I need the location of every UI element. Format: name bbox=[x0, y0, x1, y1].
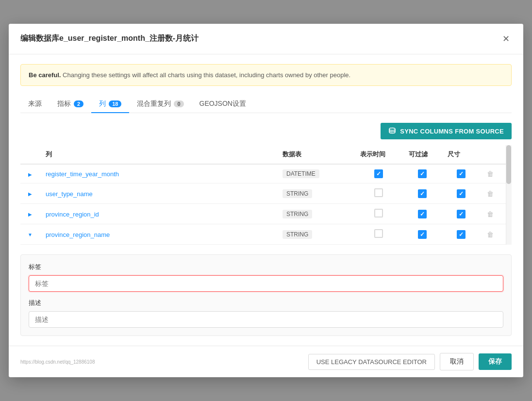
row4-col-name: province_region_name bbox=[46, 231, 110, 238]
tab-source-label: 来源 bbox=[28, 100, 42, 108]
columns-table-container: 列 数据表 表示时间 可过滤 尺寸 ▶ bbox=[20, 145, 512, 245]
row4-delete-icon[interactable]: 🗑 bbox=[487, 231, 494, 238]
tag-label: 标签 bbox=[29, 263, 503, 271]
database-icon bbox=[388, 127, 396, 135]
row2-dttm-checkbox[interactable] bbox=[374, 188, 383, 197]
tab-metrics-badge: 2 bbox=[74, 100, 83, 107]
form-section: 标签 描述 bbox=[20, 254, 512, 336]
row3-dttm-cell[interactable] bbox=[354, 204, 403, 224]
row1-type-cell: DATETIME bbox=[277, 164, 354, 184]
row1-type-badge: DATETIME bbox=[283, 169, 319, 178]
tag-input[interactable] bbox=[29, 275, 503, 292]
table-row: ▶ register_time_year_month DATETIME bbox=[20, 164, 512, 184]
row2-groupby-cell[interactable] bbox=[442, 184, 481, 204]
row4-dttm-checkbox[interactable] bbox=[374, 229, 383, 238]
watermark: https://blog.csdn.net/qq_12886108 bbox=[20, 359, 303, 365]
row2-groupby-checkbox[interactable] bbox=[457, 189, 466, 198]
warning-prefix: Be careful. bbox=[29, 71, 61, 79]
scrollbar-thumb[interactable] bbox=[506, 145, 511, 184]
tab-metrics-label: 指标 bbox=[57, 100, 71, 108]
th-datatype: 数据表 bbox=[277, 145, 354, 164]
tab-mixed-label: 混合重复列 bbox=[137, 100, 171, 108]
row1-col-name: register_time_year_month bbox=[46, 170, 119, 178]
tab-mixed[interactable]: 混合重复列 0 bbox=[129, 96, 191, 113]
tab-columns-label: 列 bbox=[99, 100, 106, 108]
edit-modal: 编辑数据库e_user_register_month_注册数-月统计 ✕ Be … bbox=[9, 24, 523, 378]
tab-geojson[interactable]: GEOJSON设置 bbox=[192, 96, 254, 113]
th-expand bbox=[20, 145, 40, 164]
row2-dttm-cell[interactable] bbox=[354, 184, 403, 204]
row1-delete-icon[interactable]: 🗑 bbox=[487, 170, 494, 178]
row3-filterable-checkbox[interactable] bbox=[418, 210, 427, 218]
close-button[interactable]: ✕ bbox=[500, 32, 512, 46]
row2-delete-cell[interactable]: 🗑 bbox=[481, 184, 500, 204]
tab-columns[interactable]: 列 18 bbox=[91, 96, 129, 113]
row2-filterable-checkbox[interactable] bbox=[418, 189, 427, 198]
desc-label: 描述 bbox=[29, 299, 503, 307]
row1-delete-cell[interactable]: 🗑 bbox=[481, 164, 500, 184]
row3-delete-cell[interactable]: 🗑 bbox=[481, 204, 500, 224]
row2-expand-icon[interactable]: ▶ bbox=[26, 190, 34, 198]
columns-table: 列 数据表 表示时间 可过滤 尺寸 ▶ bbox=[20, 145, 512, 245]
table-body: ▶ register_time_year_month DATETIME bbox=[20, 164, 512, 245]
modal-footer: https://blog.csdn.net/qq_12886108 USE LE… bbox=[9, 346, 523, 377]
row3-groupby-cell[interactable] bbox=[442, 204, 481, 224]
th-size: 尺寸 bbox=[442, 145, 481, 164]
row3-filterable-cell[interactable] bbox=[403, 204, 442, 224]
row1-dttm-cell[interactable] bbox=[354, 164, 403, 184]
row2-expand-cell: ▶ bbox=[20, 184, 40, 204]
tab-source[interactable]: 来源 bbox=[20, 96, 50, 113]
row3-groupby-checkbox[interactable] bbox=[457, 210, 466, 218]
row4-groupby-checkbox[interactable] bbox=[457, 230, 466, 239]
cancel-button[interactable]: 取消 bbox=[440, 353, 474, 370]
desc-input[interactable] bbox=[29, 311, 503, 328]
row3-type-badge: STRING bbox=[283, 210, 312, 218]
row1-filterable-cell[interactable] bbox=[403, 164, 442, 184]
row3-type-cell: STRING bbox=[277, 204, 354, 224]
tabs-bar: 来源 指标 2 列 18 混合重复列 0 GEOJSON设置 bbox=[20, 96, 512, 113]
row3-dttm-checkbox[interactable] bbox=[374, 209, 383, 217]
row4-expand-cell: ▼ bbox=[20, 224, 40, 245]
th-col: 列 bbox=[40, 145, 277, 164]
table-row: ▶ user_type_name STRING bbox=[20, 184, 512, 204]
save-button[interactable]: 保存 bbox=[479, 353, 512, 370]
table-row: ▼ province_region_name STRING bbox=[20, 224, 512, 245]
row4-type-cell: STRING bbox=[277, 224, 354, 245]
warning-text: Changing these settings will affect all … bbox=[63, 71, 350, 79]
th-delete bbox=[481, 145, 500, 164]
row3-delete-icon[interactable]: 🗑 bbox=[487, 210, 494, 218]
row1-groupby-checkbox[interactable] bbox=[457, 169, 466, 178]
scrollbar-track[interactable] bbox=[506, 145, 512, 245]
row3-expand-icon[interactable]: ▶ bbox=[26, 211, 34, 218]
warning-banner: Be careful. Changing these settings will… bbox=[20, 64, 512, 86]
table-row: ▶ province_region_id STRING bbox=[20, 204, 512, 224]
row4-filterable-checkbox[interactable] bbox=[418, 230, 427, 239]
row4-name-cell: province_region_name bbox=[40, 224, 277, 245]
row1-groupby-cell[interactable] bbox=[442, 164, 481, 184]
tab-mixed-badge: 0 bbox=[174, 100, 183, 107]
row4-type-badge: STRING bbox=[283, 230, 312, 239]
sync-columns-button[interactable]: SYNC COLUMNS FROM SOURCE bbox=[381, 123, 512, 139]
row2-delete-icon[interactable]: 🗑 bbox=[487, 190, 494, 198]
svg-point-0 bbox=[389, 128, 395, 131]
row1-dttm-checkbox[interactable] bbox=[374, 169, 383, 178]
row1-expand-icon[interactable]: ▶ bbox=[26, 170, 34, 178]
row2-type-cell: STRING bbox=[277, 184, 354, 204]
row4-filterable-cell[interactable] bbox=[403, 224, 442, 245]
modal-title: 编辑数据库e_user_register_month_注册数-月统计 bbox=[20, 33, 199, 44]
row4-expand-icon[interactable]: ▼ bbox=[26, 231, 34, 239]
row4-groupby-cell[interactable] bbox=[442, 224, 481, 245]
row1-name-cell: register_time_year_month bbox=[40, 164, 277, 184]
tab-geojson-label: GEOJSON设置 bbox=[200, 100, 246, 108]
row1-filterable-checkbox[interactable] bbox=[418, 169, 427, 178]
row2-name-cell: user_type_name bbox=[40, 184, 277, 204]
table-toolbar: SYNC COLUMNS FROM SOURCE bbox=[20, 123, 512, 139]
tab-columns-badge: 18 bbox=[109, 100, 121, 107]
legacy-editor-button[interactable]: USE LEGACY DATASOURCE EDITOR bbox=[308, 354, 435, 370]
tab-metrics[interactable]: 指标 2 bbox=[50, 96, 91, 113]
row2-filterable-cell[interactable] bbox=[403, 184, 442, 204]
row4-delete-cell[interactable]: 🗑 bbox=[481, 224, 500, 245]
th-time: 表示时间 bbox=[354, 145, 403, 164]
row3-col-name: province_region_id bbox=[46, 211, 99, 218]
row4-dttm-cell[interactable] bbox=[354, 224, 403, 245]
